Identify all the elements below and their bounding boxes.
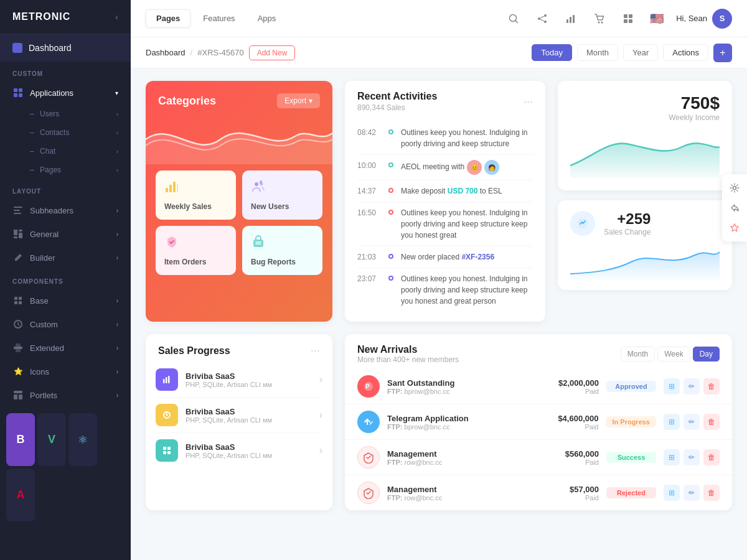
copy-icon-3[interactable]: ⊞ <box>664 449 680 465</box>
portlets-arrow: › <box>116 392 118 399</box>
activity-text-6: Outlines keep you honest. Indulging in p… <box>401 273 533 307</box>
arrivals-tab-day[interactable]: Day <box>693 347 720 362</box>
sidebar-item-contacts[interactable]: – Contacts › <box>0 123 131 142</box>
sidebar-item-icons[interactable]: ⭐ Icons › <box>0 360 131 383</box>
sidebar-item-applications[interactable]: Applications ▾ <box>0 81 131 105</box>
sidebar-item-custom[interactable]: Custom › <box>0 312 131 336</box>
activity-item-1: 08:42 Outlines keep you honest. Indulgin… <box>357 122 533 155</box>
arrivals-actions-3: ⊞ ✏ 🗑 <box>664 449 720 465</box>
language-flag[interactable]: 🇺🇸 <box>647 9 666 28</box>
search-icon[interactable] <box>504 9 523 28</box>
builder-label: Builder <box>30 253 55 263</box>
export-button[interactable]: Export ▾ <box>277 93 320 108</box>
today-btn[interactable]: Today <box>532 44 572 61</box>
progress-arrow-3[interactable]: › <box>319 445 322 456</box>
svg-point-22 <box>544 14 547 17</box>
svg-rect-18 <box>14 391 22 393</box>
arrivals-tab-week[interactable]: Week <box>657 347 690 362</box>
sidebar-item-general[interactable]: General › <box>0 222 131 246</box>
apps-nav-btn[interactable]: Apps <box>248 9 286 27</box>
svg-rect-54 <box>163 451 166 454</box>
category-weekly-sales[interactable]: Weekly Sales <box>156 170 236 220</box>
add-new-button[interactable]: Add New <box>249 45 296 60</box>
sidebar-item-base[interactable]: Base › <box>0 289 131 312</box>
arrivals-status-4: Rejected <box>606 487 656 498</box>
sales-progress-title: Sales Progress <box>158 345 230 357</box>
month-btn[interactable]: Month <box>577 44 618 61</box>
delete-icon-2[interactable]: 🗑 <box>703 414 720 430</box>
edit-icon-4[interactable]: ✏ <box>684 485 700 501</box>
user-info[interactable]: Hi, Sean S <box>676 9 732 29</box>
svg-rect-53 <box>167 447 171 450</box>
float-star-icon[interactable] <box>726 219 743 236</box>
sidebar-item-portlets[interactable]: Portlets › <box>0 383 131 407</box>
svg-point-57 <box>733 187 736 190</box>
dashboard-label: Dashboard <box>29 43 72 53</box>
svg-rect-35 <box>169 185 172 192</box>
content-area: Categories Export ▾ <box>131 68 747 560</box>
progress-name-3: Briviba SaaS <box>186 442 312 452</box>
sidebar-item-chat[interactable]: – Chat › <box>0 142 131 161</box>
edit-icon-2[interactable]: ✏ <box>684 414 700 430</box>
pages-nav-btn[interactable]: Pages <box>146 9 190 27</box>
arrivals-paid-1: Paid <box>537 388 599 395</box>
subheaders-label: Subheaders <box>30 206 73 215</box>
add-icon-btn[interactable]: + <box>713 44 732 62</box>
category-bug-reports[interactable]: Bug Reports <box>242 226 322 275</box>
sidebar-item-pages[interactable]: – Pages › <box>0 161 131 179</box>
contacts-arrow: › <box>116 129 118 136</box>
share-icon[interactable] <box>533 9 552 28</box>
sidebar-toggle-icon[interactable]: ‹ <box>115 12 118 22</box>
copy-icon-4[interactable]: ⊞ <box>664 485 680 501</box>
progress-arrow-2[interactable]: › <box>319 409 322 421</box>
actions-btn[interactable]: Actions <box>663 44 708 61</box>
progress-arrow-1[interactable]: › <box>319 374 322 385</box>
delete-icon-4[interactable]: 🗑 <box>703 485 720 501</box>
chart-icon[interactable] <box>561 9 580 28</box>
delete-icon-3[interactable]: 🗑 <box>703 449 720 465</box>
activity-time-4: 16:50 <box>357 208 381 217</box>
sidebar-item-builder[interactable]: Builder › <box>0 246 131 269</box>
extended-label: Extended <box>30 343 64 353</box>
arrivals-status-1: Approved <box>606 381 656 392</box>
edit-icon-1[interactable]: ✏ <box>684 378 700 394</box>
sidebar-item-subheaders[interactable]: Subheaders › <box>0 198 131 222</box>
sales-change-icon <box>570 211 595 236</box>
float-settings-icon[interactable] <box>726 179 743 197</box>
svg-rect-10 <box>19 230 22 231</box>
sales-progress-more[interactable]: ··· <box>311 344 320 357</box>
svg-point-28 <box>598 21 600 23</box>
custom-arrow: › <box>116 321 118 328</box>
applications-arrow: ▾ <box>115 90 118 96</box>
copy-icon-1[interactable]: ⊞ <box>664 378 680 394</box>
delete-icon-1[interactable]: 🗑 <box>703 378 720 394</box>
arrivals-ftp-1: FTP: bprow@bnc.cc <box>387 388 529 395</box>
sub-topnav: Dashboard / #XRS-45670 Add New Today Mon… <box>131 37 747 68</box>
category-new-users[interactable]: New Users <box>242 170 322 220</box>
right-float-panel <box>722 174 747 241</box>
float-share-icon[interactable] <box>726 199 743 217</box>
edit-icon-3[interactable]: ✏ <box>684 449 700 465</box>
cart-icon[interactable] <box>590 9 609 28</box>
year-btn[interactable]: Year <box>623 44 658 61</box>
weekly-income-card: 750$ Weekly Income <box>558 81 732 190</box>
svg-rect-32 <box>624 19 627 23</box>
activities-more[interactable]: ··· <box>524 95 533 108</box>
svg-rect-20 <box>19 394 22 399</box>
sidebar-dashboard-item[interactable]: Dashboard <box>0 34 131 62</box>
base-arrow: › <box>116 297 118 304</box>
breadcrumb-ticket: #XRS-45670 <box>197 48 243 57</box>
copy-icon-2[interactable]: ⊞ <box>664 414 680 430</box>
svg-point-38 <box>255 182 258 186</box>
svg-rect-31 <box>629 14 632 18</box>
category-item-orders[interactable]: Item Orders <box>156 226 236 275</box>
sidebar-item-users[interactable]: – Users › <box>0 105 131 123</box>
grid-icon[interactable] <box>619 9 637 28</box>
activity-item-3: 14:37 Make deposit USD 700 to ESL <box>357 180 533 202</box>
sidebar-item-extended[interactable]: Extended › <box>0 336 131 360</box>
arrivals-tab-month[interactable]: Month <box>621 347 655 362</box>
arrivals-paid-3: Paid <box>537 459 599 466</box>
arrivals-name-2: Telegram Application <box>387 414 529 423</box>
features-nav-btn[interactable]: Features <box>193 9 245 27</box>
item-orders-icon <box>164 235 227 253</box>
